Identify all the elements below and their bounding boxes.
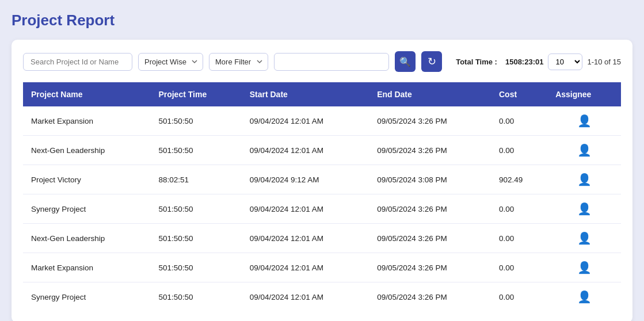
cell-project_time: 501:50:50	[150, 253, 241, 282]
toolbar-right: Total Time : 1508:23:01 10 25 50 100 1-1…	[452, 54, 621, 70]
pagination-info: 1-10 of 15	[587, 58, 621, 66]
table-row: Market Expansion501:50:5009/04/2024 12:0…	[23, 253, 621, 282]
refresh-icon: ↻	[428, 55, 436, 68]
cell-assignee[interactable]: 👤	[547, 194, 621, 224]
table-header-row: Project Name Project Time Start Date End…	[23, 82, 621, 106]
cell-end_date: 09/05/2024 3:26 PM	[369, 194, 491, 224]
assignee-icon: 👤	[577, 232, 592, 244]
cell-start_date: 09/04/2024 12:01 AM	[242, 282, 369, 312]
cell-project_name: Market Expansion	[23, 253, 150, 282]
cell-end_date: 09/05/2024 3:08 PM	[369, 165, 491, 194]
search-button[interactable]: 🔍	[395, 51, 416, 72]
cell-cost: 0.00	[491, 224, 547, 253]
cell-cost: 0.00	[491, 106, 547, 136]
cell-assignee[interactable]: 👤	[547, 165, 621, 194]
cell-project_time: 501:50:50	[150, 282, 241, 312]
cell-project_time: 501:50:50	[150, 224, 241, 253]
cell-cost: 0.00	[491, 253, 547, 282]
cell-project_name: Synergy Project	[23, 194, 150, 224]
table-row: Synergy Project501:50:5009/04/2024 12:01…	[23, 194, 621, 224]
cell-assignee[interactable]: 👤	[547, 106, 621, 136]
col-header-assignee: Assignee	[547, 82, 621, 106]
cell-start_date: 09/04/2024 9:12 AM	[242, 165, 369, 194]
page-title: Project Report	[12, 12, 632, 29]
table-row: Synergy Project501:50:5009/04/2024 12:01…	[23, 282, 621, 312]
project-table: Project Name Project Time Start Date End…	[23, 82, 621, 311]
col-header-project-name: Project Name	[23, 82, 150, 106]
col-header-cost: Cost	[491, 82, 547, 106]
cell-cost: 902.49	[491, 165, 547, 194]
assignee-icon: 👤	[577, 202, 592, 215]
cell-start_date: 09/04/2024 12:01 AM	[242, 224, 369, 253]
cell-project_name: Project Victory	[23, 165, 150, 194]
assignee-icon: 👤	[577, 144, 592, 156]
table-row: Next-Gen Leadership501:50:5009/04/2024 1…	[23, 136, 621, 165]
table-row: Project Victory88:02:5109/04/2024 9:12 A…	[23, 165, 621, 194]
cell-start_date: 09/04/2024 12:01 AM	[242, 136, 369, 165]
page-size-select[interactable]: 10 25 50 100	[548, 54, 582, 70]
cell-end_date: 09/05/2024 3:26 PM	[369, 282, 491, 312]
cell-end_date: 09/05/2024 3:26 PM	[369, 136, 491, 165]
cell-assignee[interactable]: 👤	[547, 282, 621, 312]
cell-assignee[interactable]: 👤	[547, 253, 621, 282]
assignee-icon: 👤	[577, 291, 592, 303]
more-filter-dropdown[interactable]: More Filter	[209, 53, 268, 71]
main-card: Project Wise More Filter 09-04-2024 - 09…	[12, 40, 632, 321]
project-wise-dropdown[interactable]: Project Wise	[138, 53, 203, 71]
cell-project_name: Synergy Project	[23, 282, 150, 312]
col-header-end-date: End Date	[369, 82, 491, 106]
search-input[interactable]	[23, 53, 132, 71]
col-header-project-time: Project Time	[150, 82, 241, 106]
cell-assignee[interactable]: 👤	[547, 136, 621, 165]
cell-project_name: Next-Gen Leadership	[23, 224, 150, 253]
toolbar: Project Wise More Filter 09-04-2024 - 09…	[23, 51, 621, 72]
table-row: Market Expansion501:50:5009/04/2024 12:0…	[23, 106, 621, 136]
refresh-button[interactable]: ↻	[421, 51, 442, 72]
cell-end_date: 09/05/2024 3:26 PM	[369, 224, 491, 253]
assignee-icon: 👤	[577, 173, 592, 186]
total-time-label: Total Time :	[456, 58, 497, 66]
cell-project_name: Next-Gen Leadership	[23, 136, 150, 165]
cell-project_name: Market Expansion	[23, 106, 150, 136]
col-header-start-date: Start Date	[242, 82, 369, 106]
cell-cost: 0.00	[491, 136, 547, 165]
cell-assignee[interactable]: 👤	[547, 224, 621, 253]
assignee-icon: 👤	[577, 114, 592, 127]
cell-start_date: 09/04/2024 12:01 AM	[242, 194, 369, 224]
cell-end_date: 09/05/2024 3:26 PM	[369, 106, 491, 136]
table-row: Next-Gen Leadership501:50:5009/04/2024 1…	[23, 224, 621, 253]
cell-project_time: 88:02:51	[150, 165, 241, 194]
cell-project_time: 501:50:50	[150, 106, 241, 136]
date-range-input[interactable]: 09-04-2024 - 09-05-2024	[274, 53, 389, 71]
cell-cost: 0.00	[491, 282, 547, 312]
assignee-icon: 👤	[577, 261, 592, 274]
cell-end_date: 09/05/2024 3:26 PM	[369, 253, 491, 282]
cell-start_date: 09/04/2024 12:01 AM	[242, 106, 369, 136]
total-time-value: 1508:23:01	[505, 58, 544, 66]
cell-start_date: 09/04/2024 12:01 AM	[242, 253, 369, 282]
search-icon: 🔍	[399, 56, 411, 67]
cell-project_time: 501:50:50	[150, 136, 241, 165]
cell-cost: 0.00	[491, 194, 547, 224]
cell-project_time: 501:50:50	[150, 194, 241, 224]
